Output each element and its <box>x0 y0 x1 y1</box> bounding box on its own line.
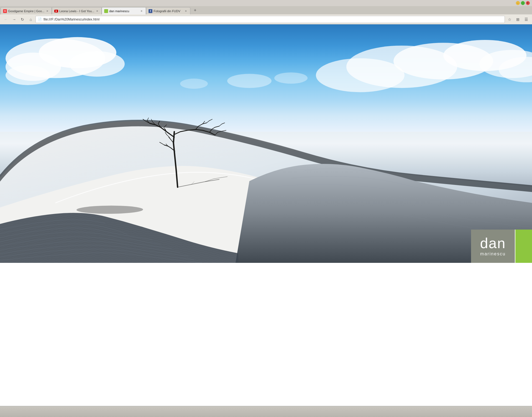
new-tab-button[interactable]: + <box>191 7 199 13</box>
tab-leona-close[interactable]: ✕ <box>95 9 99 13</box>
tab-dan[interactable]: dan marinescu ✕ <box>102 7 146 14</box>
minimize-button[interactable]: − <box>516 1 520 5</box>
tab-dan-title: dan marinescu <box>109 9 139 13</box>
tab-fudv-title: Fotografii din FUDV <box>154 9 183 13</box>
dead-tree-svg <box>128 115 227 193</box>
sand-dunes-svg <box>0 72 532 263</box>
tab-bar: G Goodgame Empire | Goo... ✕ Leona Lewis… <box>0 6 532 14</box>
facebook-favicon: f <box>149 9 152 13</box>
forward-button[interactable]: → <box>11 16 18 23</box>
address-bar-container[interactable]: 📄 <box>35 16 505 23</box>
back-button[interactable]: ← <box>2 16 9 23</box>
address-bar-icon: 📄 <box>38 17 42 21</box>
hero-section: dan marinescu <box>0 24 532 263</box>
close-button[interactable]: ✕ <box>526 1 530 5</box>
address-bar-input[interactable] <box>44 17 502 21</box>
toolbar: ← → ↻ ⌂ 📄 ☆ ⊞ ☰ <box>0 14 532 24</box>
logo-right <box>515 230 532 263</box>
goodgame-favicon: G <box>3 9 7 13</box>
tab-goodgame-title: Goodgame Empire | Goo... <box>8 9 44 13</box>
maximize-button[interactable]: □ <box>521 1 525 5</box>
logo-left: dan marinescu <box>471 230 515 263</box>
logo-overlay: dan marinescu <box>471 230 532 263</box>
logo-name-marinescu: marinescu <box>480 251 506 256</box>
toolbar-actions: ☆ ⊞ ☰ <box>506 16 530 23</box>
refresh-button[interactable]: ↻ <box>19 16 26 23</box>
below-hero <box>0 263 532 417</box>
home-button[interactable]: ⌂ <box>27 16 34 23</box>
content-area: dan marinescu <box>0 24 532 417</box>
taskbar <box>0 406 532 417</box>
tab-dan-close[interactable]: ✕ <box>140 9 144 13</box>
youtube-favicon <box>54 10 58 12</box>
tab-goodgame-close[interactable]: ✕ <box>45 9 49 13</box>
title-bar: − □ ✕ <box>0 0 532 6</box>
bookmark-star-button[interactable]: ☆ <box>506 16 513 23</box>
menu-button[interactable]: ☰ <box>523 16 530 23</box>
tab-fudv[interactable]: f Fotografii din FUDV ✕ <box>146 7 190 14</box>
tab-leona-title: Leona Lewis - I Got You... <box>59 9 94 13</box>
logo-name-dan: dan <box>480 236 506 250</box>
extensions-button[interactable]: ⊞ <box>514 16 521 23</box>
browser-window: − □ ✕ G Goodgame Empire | Goo... ✕ Leona… <box>0 0 532 417</box>
tab-goodgame[interactable]: G Goodgame Empire | Goo... ✕ <box>1 7 52 14</box>
dan-favicon <box>104 9 108 13</box>
tab-leona[interactable]: Leona Lewis - I Got You... ✕ <box>52 7 102 14</box>
tab-fudv-close[interactable]: ✕ <box>184 9 188 13</box>
